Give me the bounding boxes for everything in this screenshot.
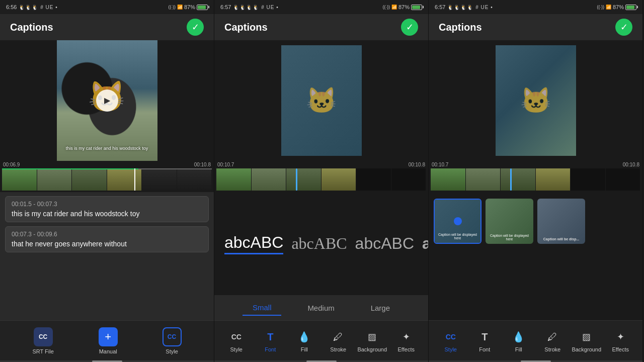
font-tab-3[interactable]: T Font [468, 329, 502, 352]
battery-label-1: 87% [184, 4, 195, 10]
timeline-1[interactable]: 00:06.9 00:10.8 [0, 161, 214, 192]
stroke-label-tab-2: Stroke [330, 346, 346, 352]
panel-captions-list: 6:56 🐧🐧🐧 # UE • ((·)) 📶 87% Captions ✓ ▶… [0, 0, 214, 362]
style-icon-tab-2: CC [228, 329, 245, 345]
effects-label-tab-3: Effects [612, 346, 629, 352]
timeline-3[interactable]: 00:10.7 00:10.8 [429, 161, 642, 192]
fill-tab-2[interactable]: 💧 Fill [287, 329, 321, 352]
font-sample-2[interactable]: abcABC [291, 234, 347, 253]
header-title-1: Captions [10, 22, 53, 33]
icons-1: 🐧🐧🐧 # UE • [19, 5, 57, 10]
effects-tab-2[interactable]: ✦ Effects [389, 329, 424, 352]
style-icon-tab-3: CC [443, 329, 459, 345]
style-tab-3[interactable]: CC Style [434, 329, 468, 352]
font-sample-3[interactable]: abcABC [355, 234, 414, 253]
style-thumbnail-2[interactable]: Caption will be displayed here [486, 199, 533, 244]
thumb-caption-2: Caption will be displayed here [486, 234, 533, 241]
size-large[interactable]: Large [361, 301, 400, 315]
video-container-3: 🐱 [429, 40, 642, 161]
style-thumbnail-1[interactable]: Caption will be displayed here [434, 199, 481, 244]
spacer-3 [429, 250, 642, 320]
caption-block-1[interactable]: 00:01.5 - 00:07.3 this is my cat rider a… [5, 196, 209, 222]
timeline-strip-2[interactable] [216, 168, 426, 191]
srt-file-button[interactable]: CC SRT File [32, 327, 53, 354]
timeline-2[interactable]: 00:10.7 00:10.8 [214, 161, 428, 192]
bottom-icon-toolbar-2: CC Style T Font 💧 Fill 🖊 Stroke ▨ Backgr… [214, 320, 428, 360]
style-thumbnail-3[interactable]: Caption will be disp... [537, 199, 585, 244]
confirm-button-2[interactable]: ✓ [401, 19, 418, 36]
srt-file-label: SRT File [32, 348, 53, 354]
style-icon-1: CC [163, 327, 182, 346]
header-1: Captions ✓ [0, 14, 214, 40]
background-label-tab-2: Background [357, 346, 387, 352]
effects-icon-tab-2: ✦ [398, 329, 414, 345]
time-2: 6:57 [220, 4, 231, 10]
stroke-tab-3[interactable]: 🖊 Stroke [536, 329, 570, 352]
caption-overlay-1: this is my cat rider and his woodstock t… [57, 146, 157, 151]
thumb-caption-3: Caption will be disp... [537, 237, 585, 241]
video-container-2: 🐱 [214, 40, 428, 161]
font-sample-1[interactable]: abcABC [224, 233, 283, 254]
caption-block-2[interactable]: 00:07.3 - 00:09.6 that he never goes any… [5, 226, 209, 252]
stroke-label-tab-3: Stroke [544, 346, 560, 352]
confirm-button-3[interactable]: ✓ [615, 19, 632, 36]
effects-label-tab-2: Effects [398, 346, 415, 352]
stroke-tab-2[interactable]: 🖊 Stroke [321, 329, 356, 352]
font-tab-2[interactable]: T Font [254, 329, 288, 352]
stroke-icon-tab-2: 🖊 [330, 329, 346, 345]
manual-label: Manual [99, 348, 117, 354]
font-label-tab-3: Font [479, 346, 490, 352]
wifi-icon-3: 📶 [606, 5, 611, 10]
header-title-3: Captions [439, 22, 482, 33]
timeline-total-2: 00:10.8 [409, 162, 425, 167]
style-button-1[interactable]: CC Style [163, 327, 182, 354]
video-container-1: ▶ this is my cat rider and his woodstock… [0, 40, 214, 161]
background-tab-2[interactable]: ▨ Background [355, 329, 389, 352]
header-3: Captions ✓ [429, 14, 642, 40]
fill-tab-3[interactable]: 💧 Fill [502, 329, 536, 352]
header-title-2: Captions [224, 22, 268, 33]
caption-time-2: 00:07.3 - 00:09.6 [12, 231, 202, 238]
timeline-cursor-3 [510, 168, 512, 191]
style-tab-2[interactable]: CC Style [219, 329, 254, 352]
style-label-1: Style [166, 348, 178, 354]
status-bar-1: 6:56 🐧🐧🐧 # UE • ((·)) 📶 87% [0, 0, 214, 14]
caption-text-2: that he never goes anywhere without [12, 240, 202, 248]
background-tab-3[interactable]: ▨ Background [570, 329, 604, 352]
size-small[interactable]: Small [243, 300, 282, 316]
font-sample-4[interactable]: abcA [422, 234, 428, 253]
size-medium[interactable]: Medium [297, 301, 344, 315]
video-thumbnail-1[interactable]: ▶ this is my cat rider and his woodstock… [57, 40, 157, 161]
play-button-1[interactable]: ▶ [96, 89, 118, 112]
battery-icon-3 [625, 5, 636, 10]
background-icon-tab-2: ▨ [364, 329, 380, 345]
battery-icon-2 [411, 5, 422, 10]
effects-icon-tab-3: ✦ [612, 329, 628, 345]
battery-label-3: 87% [613, 4, 624, 10]
manual-icon: + [99, 327, 118, 346]
status-bar-2: 6:57 🐧🐧🐧🐧 # UE • ((·)) 📶 87% [214, 0, 428, 14]
stroke-icon-tab-3: 🖊 [544, 329, 560, 345]
header-2: Captions ✓ [214, 14, 428, 40]
timeline-strip-1[interactable] [2, 168, 212, 191]
bottom-icon-toolbar-3: CC Style T Font 💧 Fill 🖊 Stroke ▨ Backgr… [429, 320, 642, 360]
timeline-cursor-2 [296, 168, 297, 191]
effects-tab-3[interactable]: ✦ Effects [604, 329, 638, 352]
video-placeholder-3: 🐱 [496, 45, 576, 156]
signal-icon-3: ((·)) [597, 5, 604, 10]
status-bar-3: 6:57 🐧🐧🐧🐧 # UE • ((·)) 📶 87% [429, 0, 642, 14]
fill-label-tab-3: Fill [515, 346, 522, 352]
font-samples-container: abcABC abcABC abcABC abcA [224, 233, 428, 254]
confirm-button-1[interactable]: ✓ [187, 19, 204, 36]
wifi-icon-2: 📶 [391, 5, 397, 10]
fill-icon-tab-2: 💧 [296, 329, 312, 345]
font-label-tab-2: Font [265, 346, 276, 352]
signal-icon-2: ((·)) [382, 5, 390, 10]
font-icon-tab-3: T [476, 329, 493, 345]
style-label-tab-3: Style [445, 346, 457, 352]
manual-button[interactable]: + Manual [99, 327, 118, 354]
caption-time-1: 00:01.5 - 00:07.3 [12, 201, 202, 208]
timeline-strip-3[interactable] [431, 168, 640, 191]
battery-icon-1 [197, 5, 208, 10]
timeline-current-2: 00:10.7 [217, 162, 234, 167]
